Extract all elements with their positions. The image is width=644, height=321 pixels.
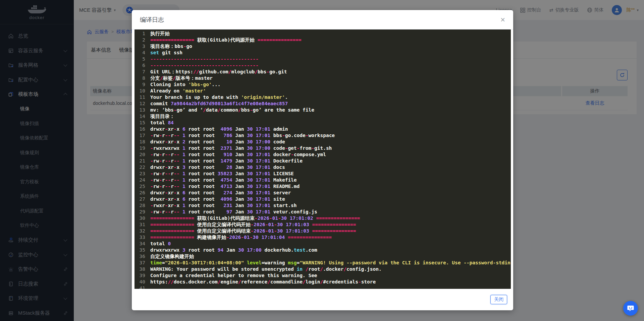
line-number: 37 <box>135 260 145 266</box>
log-line-text: 执行开始 <box>150 30 511 37</box>
log-line-text: 分支/标签/版本号：master <box>150 75 511 81</box>
log-line: 30=============== 获取(GitLab)代码源结束-2026-0… <box>135 215 511 221</box>
log-line: 22drwxr-xr-x 3 root root 28 Jan 30 17:01… <box>135 164 511 171</box>
log-line: 28-rwxr-xr-x 1 root root 231 Jan 30 17:0… <box>135 202 511 209</box>
line-number: 5 <box>135 56 145 62</box>
log-line-text: Configure a credential helper to remove … <box>150 272 511 279</box>
close-button[interactable]: 关闭 <box>490 295 507 304</box>
log-line-text: -rw-r--r-- 1 root root 35823 Jan 30 17:0… <box>150 171 511 177</box>
line-number: 28 <box>135 202 145 209</box>
log-line: 17-rw-r--r-- 1 root root 786 Jan 30 17:0… <box>135 132 511 139</box>
line-number: 22 <box>135 164 145 171</box>
log-line-text: Your branch is up to date with 'origin/m… <box>150 94 511 101</box>
line-number: 24 <box>135 177 145 183</box>
log-line: 4set git ssh <box>135 50 511 56</box>
compile-log-modal: 编译日志 × 1执行开始2=============== 获取(GitLab)代… <box>132 10 513 310</box>
log-line: 37time="2026-01-30T17:01:04+08:00" level… <box>135 260 511 266</box>
line-number: 40 <box>135 279 145 285</box>
log-line-text: Already on 'master' <box>150 88 511 94</box>
log-line-text: =============== 使用自定义编译代码开始-2026-01-30 1… <box>150 221 511 228</box>
log-line: 7Git URL：https://github.com/mlogclub/bbs… <box>135 69 511 75</box>
chat-fab-button[interactable] <box>623 301 638 316</box>
line-number: 25 <box>135 183 145 190</box>
log-line-text: total 0 <box>150 241 511 247</box>
log-line-text: drwxr-xr-x 2 root root 10 Jan 30 17:00 c… <box>150 139 511 145</box>
log-line: 1执行开始 <box>135 30 511 37</box>
log-line-text: drwxr-xr-x 6 root root 274 Jan 30 17:01 … <box>150 190 511 196</box>
line-number: 35 <box>135 247 145 253</box>
line-number: 1 <box>135 30 145 37</box>
log-line: 6------------------------------------- <box>135 62 511 69</box>
modal-header: 编译日志 × <box>132 10 513 29</box>
line-number: 23 <box>135 171 145 177</box>
line-number: 36 <box>135 253 145 260</box>
line-number: 17 <box>135 132 145 139</box>
log-line: 10Already on 'master' <box>135 88 511 94</box>
log-line-text: -rw-r--r-- 1 root root 910 Jan 30 17:01 … <box>150 151 511 158</box>
log-line: 33=============== 构建镜像开始-2026-01-30 17:0… <box>135 234 511 241</box>
modal-footer: 关闭 <box>132 289 513 310</box>
log-line: 32=============== 使用自定义编译代码结束-2026-01-30… <box>135 228 511 234</box>
line-number: 16 <box>135 126 145 132</box>
log-line-text: Git URL：https://github.com/mlogclub/bbs-… <box>150 69 511 75</box>
log-line-text: drwxr-xr-x 3 root root 28 Jan 30 17:01 d… <box>150 164 511 171</box>
log-line: 34total 0 <box>135 241 511 247</box>
log-line-text: =============== 构建镜像开始-2026-01-30 17:01:… <box>150 234 511 241</box>
line-number: 3 <box>135 43 145 50</box>
log-line: 35drwxrwxrwx 3 root root 94 Jan 30 17:00… <box>135 247 511 253</box>
log-line-text: mv: ‘bbs-go’ and ‘/data/common/bbs-go’ a… <box>150 107 511 113</box>
line-number: 39 <box>135 272 145 279</box>
line-number: 20 <box>135 151 145 158</box>
log-line-text: WARNING: Your password will be stored un… <box>150 266 511 272</box>
line-number: 31 <box>135 221 145 228</box>
log-line-text: set git ssh <box>150 50 511 56</box>
line-number: 7 <box>135 69 145 75</box>
compile-log-output[interactable]: 1执行开始2=============== 获取(GitLab)代码源开始 ==… <box>135 29 511 289</box>
log-line: 39Configure a credential helper to remov… <box>135 272 511 279</box>
line-number: 33 <box>135 234 145 241</box>
line-number: 26 <box>135 190 145 196</box>
log-line: 16drwxr-xr-x 6 root root 4096 Jan 30 17:… <box>135 126 511 132</box>
chat-smiley-icon <box>627 305 634 312</box>
line-number: 27 <box>135 196 145 202</box>
log-line-text: https://docs.docker.com/engine/reference… <box>150 279 511 285</box>
log-line-text: commit 7a9844a2bfd67d98013a6f1c4f7e08e84… <box>150 101 511 107</box>
line-number: 21 <box>135 158 145 164</box>
log-line-text <box>150 285 511 289</box>
log-line: 14项目目录： <box>135 113 511 120</box>
close-icon[interactable]: × <box>500 16 505 24</box>
log-line: 26drwxr-xr-x 6 root root 274 Jan 30 17:0… <box>135 190 511 196</box>
log-line-text: 项目名称：bbs-go <box>150 43 511 50</box>
log-line: 25-rw-r--r-- 1 root root 4713 Jan 30 17:… <box>135 183 511 190</box>
log-line: 24-rw-r--r-- 1 root root 4754 Jan 30 17:… <box>135 177 511 183</box>
line-number: 14 <box>135 113 145 120</box>
log-line: 18drwxr-xr-x 2 root root 10 Jan 30 17:00… <box>135 139 511 145</box>
log-line: 3项目名称：bbs-go <box>135 43 511 50</box>
line-number: 11 <box>135 94 145 101</box>
log-line-text: ------------------------------------- <box>150 56 511 62</box>
log-line-text: drwxrwxrwx 3 root root 94 Jan 30 17:00 d… <box>150 247 511 253</box>
log-line-text: -rw-r--r-- 1 root root 1479 Jan 30 17:01… <box>150 158 511 164</box>
log-line-text: total 84 <box>150 120 511 126</box>
log-line: 21-rw-r--r-- 1 root root 1479 Jan 30 17:… <box>135 158 511 164</box>
log-line-text: -rwxrwxrwx 1 root root 2371 Jan 30 17:00… <box>150 145 511 151</box>
line-number: 41 <box>135 285 145 289</box>
log-line: 19-rwxrwxrwx 1 root root 2371 Jan 30 17:… <box>135 145 511 151</box>
log-line-text: -rw-r--r-- 1 root root 4713 Jan 30 17:01… <box>150 183 511 190</box>
line-number: 4 <box>135 50 145 56</box>
log-line: 38WARNING: Your password will be stored … <box>135 266 511 272</box>
log-line: 9Cloning into 'bbs-go'... <box>135 81 511 88</box>
log-line: 15total 84 <box>135 120 511 126</box>
log-line: 5------------------------------------- <box>135 56 511 62</box>
modal-title: 编译日志 <box>140 16 164 24</box>
log-line-text: drwxr-xr-x 6 root root 4096 Jan 30 17:01… <box>150 126 511 132</box>
line-number: 19 <box>135 145 145 151</box>
line-number: 32 <box>135 228 145 234</box>
line-number: 29 <box>135 209 145 215</box>
log-line-text: time="2026-01-30T17:01:04+08:00" level=w… <box>150 260 511 266</box>
line-number: 9 <box>135 81 145 88</box>
log-line: 11Your branch is up to date with 'origin… <box>135 94 511 101</box>
log-line-text: drwxr-xr-x 6 root root 4096 Jan 30 17:01… <box>150 196 511 202</box>
log-line: 12commit 7a9844a2bfd67d98013a6f1c4f7e08e… <box>135 101 511 107</box>
log-line: 8分支/标签/版本号：master <box>135 75 511 81</box>
